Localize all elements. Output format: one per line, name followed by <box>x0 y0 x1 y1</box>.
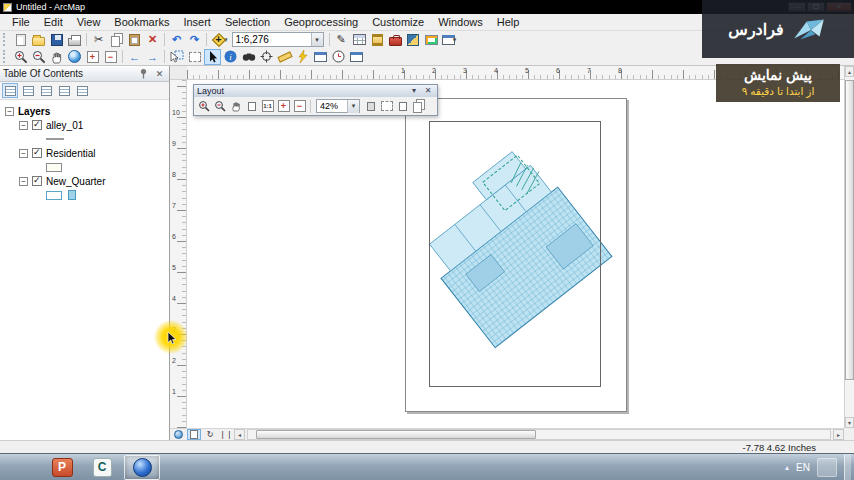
residential-checkbox[interactable] <box>32 148 42 158</box>
layout-toolbar-window[interactable]: Layout ▾ ✕ 1:1 + − ▾ <box>193 84 438 116</box>
go-back-extent-icon[interactable]: ← <box>126 49 143 65</box>
menu-selection[interactable]: Selection <box>218 15 277 29</box>
fixed-zoom-in-icon[interactable]: + <box>84 49 101 65</box>
find-icon[interactable] <box>240 49 257 65</box>
toc-options-icon[interactable] <box>74 83 90 98</box>
layout-zoom-combo[interactable]: ▾ <box>316 99 360 113</box>
print-icon[interactable] <box>66 32 83 48</box>
vertical-scrollbar[interactable]: ▴ ▾ <box>844 66 854 428</box>
tray-clock-area[interactable] <box>817 458 837 477</box>
residential-polygon-symbol[interactable] <box>46 163 62 172</box>
newquarter-expander[interactable]: − <box>19 177 28 186</box>
layout-toolbar-titlebar[interactable]: Layout ▾ ✕ <box>194 85 437 97</box>
layers-root-label[interactable]: Layers <box>18 106 50 117</box>
select-elements-icon[interactable] <box>204 49 221 65</box>
go-to-xy-icon[interactable] <box>258 49 275 65</box>
alley01-line-symbol[interactable] <box>46 138 64 140</box>
hyperlink-icon[interactable] <box>294 49 311 65</box>
map-scale-caret-icon[interactable]: ▾ <box>311 33 323 46</box>
html-popup-icon[interactable] <box>312 49 329 65</box>
layer-label-alley01[interactable]: alley_01 <box>46 120 83 131</box>
undo-icon[interactable]: ↶ <box>168 32 185 48</box>
focus-data-frame-icon[interactable] <box>379 99 394 114</box>
pan-icon[interactable] <box>48 49 65 65</box>
redo-icon[interactable]: ↷ <box>186 32 203 48</box>
measure-icon[interactable] <box>276 49 293 65</box>
go-forward-extent-icon[interactable]: → <box>144 49 161 65</box>
newquarter-fill-symbol[interactable] <box>68 190 76 200</box>
layout-zoom-out-icon[interactable] <box>212 99 227 114</box>
data-view-button[interactable] <box>171 429 185 440</box>
menu-geoprocessing[interactable]: Geoprocessing <box>277 15 365 29</box>
zoom-in-icon[interactable] <box>12 49 29 65</box>
horizontal-scroll-thumb[interactable] <box>256 430 536 439</box>
layers-expander[interactable]: − <box>5 107 14 116</box>
time-slider-icon[interactable] <box>330 49 347 65</box>
alley01-expander[interactable]: − <box>19 121 28 130</box>
menu-file[interactable]: File <box>5 15 37 29</box>
layout-options-caret-icon[interactable]: ▾ <box>408 86 420 96</box>
fixed-zoom-out-icon[interactable]: − <box>102 49 119 65</box>
more-commands-icon[interactable]: ▾ <box>441 32 458 48</box>
list-by-selection-icon[interactable] <box>56 83 72 98</box>
list-by-visibility-icon[interactable] <box>38 83 54 98</box>
horizontal-scrollbar[interactable] <box>247 429 831 440</box>
map-scale-input[interactable] <box>233 33 311 46</box>
pin-icon[interactable] <box>137 68 150 80</box>
zoom-100-icon[interactable]: 1:1 <box>260 99 275 114</box>
open-icon[interactable] <box>30 32 47 48</box>
scroll-up-icon[interactable]: ▴ <box>845 66 854 77</box>
residential-expander[interactable]: − <box>19 149 28 158</box>
change-layout-icon[interactable] <box>395 99 410 114</box>
select-features-icon[interactable] <box>168 49 185 65</box>
model-builder-icon[interactable] <box>423 32 440 48</box>
menu-windows[interactable]: Windows <box>431 15 490 29</box>
menu-bookmarks[interactable]: Bookmarks <box>107 15 176 29</box>
data-driven-pages-icon[interactable] <box>411 99 426 114</box>
layout-zoom-in-icon[interactable] <box>196 99 211 114</box>
toggle-draft-mode-icon[interactable] <box>363 99 378 114</box>
layout-zoom-caret-icon[interactable]: ▾ <box>347 100 359 113</box>
list-by-source-icon[interactable] <box>20 83 36 98</box>
menu-edit[interactable]: Edit <box>37 15 70 29</box>
editor-toolbar-icon[interactable]: ✎ <box>333 32 350 48</box>
layer-label-residential[interactable]: Residential <box>46 148 95 159</box>
cut-icon[interactable]: ✂ <box>90 32 107 48</box>
alley01-checkbox[interactable] <box>32 120 42 130</box>
pause-drawing-button[interactable]: ❘❘ <box>219 429 233 440</box>
catalog-window-icon[interactable] <box>369 32 386 48</box>
taskbar-camtasia-button[interactable]: C <box>84 455 120 480</box>
show-desktop-button[interactable] <box>844 454 851 480</box>
zoom-out-icon[interactable] <box>30 49 47 65</box>
layout-pan-icon[interactable] <box>228 99 243 114</box>
toolbar-grip[interactable] <box>3 50 8 63</box>
table-of-contents-icon[interactable] <box>351 32 368 48</box>
toolbar-grip[interactable] <box>3 33 8 46</box>
viewer-window-icon[interactable] <box>348 49 365 65</box>
copy-icon[interactable] <box>108 32 125 48</box>
layout-close-icon[interactable]: ✕ <box>422 86 434 96</box>
layout-fixed-zoom-in-icon[interactable]: + <box>276 99 291 114</box>
data-frame-border[interactable] <box>429 121 601 387</box>
hidden-icons-caret[interactable]: ▴ <box>785 463 789 472</box>
menu-customize[interactable]: Customize <box>365 15 431 29</box>
taskbar-active-app-button[interactable] <box>124 455 160 480</box>
arctoolbox-icon[interactable] <box>387 32 404 48</box>
map-scale-combo[interactable]: ▾ <box>232 32 324 47</box>
layout-view-button[interactable] <box>187 429 201 440</box>
menu-view[interactable]: View <box>70 15 108 29</box>
toc-header[interactable]: Table Of Contents ✕ <box>0 66 169 82</box>
delete-icon[interactable]: ✕ <box>144 32 161 48</box>
newquarter-checkbox[interactable] <box>32 176 42 186</box>
language-indicator[interactable]: EN <box>796 462 810 473</box>
vertical-scroll-thumb[interactable] <box>845 80 854 380</box>
layout-zoom-input[interactable] <box>317 100 347 112</box>
menu-insert[interactable]: Insert <box>176 15 218 29</box>
layout-page[interactable] <box>405 98 627 412</box>
scroll-left-icon[interactable]: ◂ <box>234 429 245 440</box>
taskbar-powerpoint-button[interactable]: P <box>44 455 80 480</box>
full-extent-icon[interactable] <box>66 49 83 65</box>
add-data-icon[interactable]: ▾ <box>210 32 229 48</box>
menu-help[interactable]: Help <box>490 15 527 29</box>
clear-selection-icon[interactable] <box>186 49 203 65</box>
